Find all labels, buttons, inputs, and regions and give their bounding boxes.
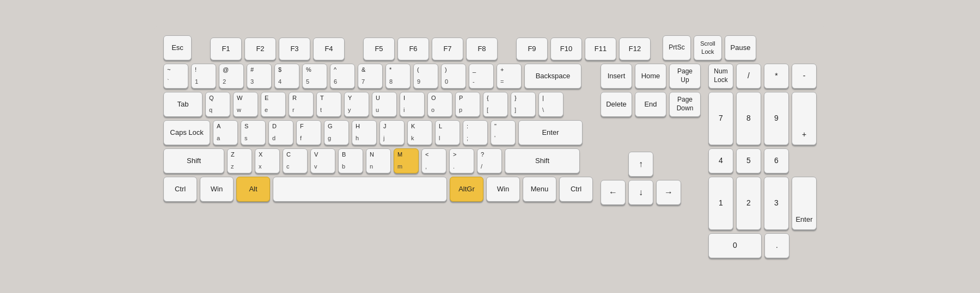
key-ctrl-right[interactable]: Ctrl (559, 177, 593, 202)
key-f10[interactable]: F10 (550, 38, 582, 60)
key-capslock[interactable]: Caps Lock (163, 120, 210, 145)
key-f11[interactable]: F11 (585, 38, 616, 60)
key-l[interactable]: L l (435, 120, 460, 145)
key-b[interactable]: B b (338, 148, 363, 173)
key-f6[interactable]: F6 (397, 38, 429, 60)
key-num1[interactable]: 1 (708, 177, 733, 230)
key-num7[interactable]: 7 (708, 92, 733, 145)
key-p[interactable]: P p (455, 92, 480, 117)
key-esc[interactable]: Esc (163, 35, 192, 60)
key-u[interactable]: U u (372, 92, 397, 117)
key-f3[interactable]: F3 (279, 38, 310, 60)
key-e[interactable]: E e (261, 92, 286, 117)
key-num4[interactable]: 4 (708, 148, 733, 173)
key-5[interactable]: % 5 (302, 64, 327, 89)
key-lbracket[interactable]: { [ (483, 92, 508, 117)
key-y[interactable]: Y y (344, 92, 369, 117)
key-space[interactable] (273, 177, 447, 202)
key-num2[interactable]: 2 (736, 177, 761, 230)
key-enter[interactable]: Enter (518, 120, 583, 145)
key-num5[interactable]: 5 (736, 148, 761, 173)
key-win-left[interactable]: Win (200, 177, 234, 202)
key-num8[interactable]: 8 (736, 92, 761, 145)
key-ctrl-left[interactable]: Ctrl (163, 177, 197, 202)
key-f4[interactable]: F4 (313, 38, 345, 60)
key-t[interactable]: T t (316, 92, 341, 117)
key-num6[interactable]: 6 (764, 148, 789, 173)
key-n[interactable]: N n (366, 148, 391, 173)
key-pageup[interactable]: PageUp (669, 64, 701, 89)
key-slash[interactable]: ? / (477, 148, 502, 173)
key-altgr[interactable]: AltGr (450, 177, 483, 202)
key-arrow-left[interactable]: ← (601, 180, 626, 205)
key-num0[interactable]: 0 (708, 233, 762, 258)
key-menu[interactable]: Menu (523, 177, 556, 202)
key-pause[interactable]: Pause (725, 35, 756, 60)
key-num-dot[interactable]: . (764, 233, 789, 258)
key-f5[interactable]: F5 (363, 38, 395, 60)
key-num-minus[interactable]: - (792, 64, 817, 89)
key-equals[interactable]: + = (497, 64, 522, 89)
key-arrow-right[interactable]: → (656, 180, 681, 205)
key-alt[interactable]: Alt (236, 177, 270, 202)
key-backslash[interactable]: | \ (538, 92, 564, 117)
key-7[interactable]: & 7 (358, 64, 383, 89)
key-f8[interactable]: F8 (466, 38, 498, 60)
key-minus[interactable]: _ - (469, 64, 494, 89)
key-f9[interactable]: F9 (516, 38, 548, 60)
key-r[interactable]: R r (289, 92, 314, 117)
key-f[interactable]: F f (296, 120, 321, 145)
key-quote[interactable]: " ' (491, 120, 516, 145)
key-prtsc[interactable]: PrtSc (663, 35, 691, 60)
key-numlock[interactable]: NumLock (708, 64, 733, 89)
key-num-plus[interactable]: + (792, 92, 817, 145)
key-home[interactable]: Home (635, 64, 666, 89)
key-x[interactable]: X x (255, 148, 280, 173)
key-arrow-up[interactable]: ↑ (628, 152, 653, 177)
key-v[interactable]: V v (310, 148, 335, 173)
key-scrolllock[interactable]: ScrollLock (694, 35, 722, 60)
key-3[interactable]: # 3 (247, 64, 272, 89)
key-w[interactable]: W w (233, 92, 258, 117)
key-semicolon[interactable]: : ; (463, 120, 488, 145)
key-f7[interactable]: F7 (432, 38, 463, 60)
key-1[interactable]: ! 1 (191, 64, 216, 89)
key-num-slash[interactable]: / (736, 64, 761, 89)
key-0[interactable]: ) 0 (441, 64, 466, 89)
key-end[interactable]: End (635, 92, 666, 117)
key-o[interactable]: O o (427, 92, 452, 117)
key-d[interactable]: D d (268, 120, 293, 145)
key-num-enter[interactable]: Enter (792, 177, 817, 230)
key-f2[interactable]: F2 (244, 38, 276, 60)
key-shift-left[interactable]: Shift (163, 148, 224, 173)
key-4[interactable]: $ 4 (274, 64, 299, 89)
key-num-asterisk[interactable]: * (764, 64, 789, 89)
key-win-right[interactable]: Win (486, 177, 520, 202)
key-h[interactable]: H h (352, 120, 377, 145)
key-2[interactable]: @ 2 (219, 64, 244, 89)
key-arrow-down[interactable]: ↓ (628, 180, 653, 205)
key-f12[interactable]: F12 (619, 38, 651, 60)
key-9[interactable]: ( 9 (413, 64, 438, 89)
key-f1[interactable]: F1 (210, 38, 242, 60)
key-q[interactable]: Q q (205, 92, 230, 117)
key-s[interactable]: S s (241, 120, 266, 145)
key-i[interactable]: I i (400, 92, 425, 117)
key-period[interactable]: > . (449, 148, 474, 173)
key-g[interactable]: G g (324, 120, 349, 145)
key-insert[interactable]: Insert (601, 64, 632, 89)
key-pagedown[interactable]: PageDown (669, 92, 701, 117)
key-z[interactable]: Z z (227, 148, 252, 173)
key-num9[interactable]: 9 (764, 92, 789, 145)
key-c[interactable]: C c (283, 148, 308, 173)
key-6[interactable]: ^ 6 (330, 64, 355, 89)
key-a[interactable]: A a (213, 120, 238, 145)
key-num3[interactable]: 3 (764, 177, 789, 230)
key-k[interactable]: K k (407, 120, 432, 145)
key-tab[interactable]: Tab (163, 92, 203, 117)
key-backtick[interactable]: ~ ` (163, 64, 188, 89)
key-m[interactable]: M m (394, 148, 419, 173)
key-j[interactable]: J j (379, 120, 405, 145)
key-comma[interactable]: < , (421, 148, 446, 173)
key-rbracket[interactable]: } ] (511, 92, 536, 117)
